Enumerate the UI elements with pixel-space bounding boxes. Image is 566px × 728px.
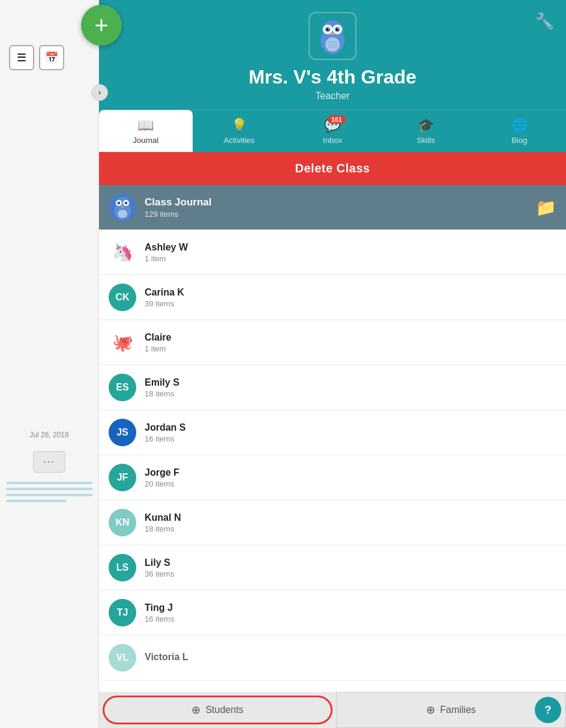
item-count: 1 item: [145, 344, 556, 353]
students-plus-icon: ⊕: [191, 703, 200, 717]
sidebar-line: [6, 500, 67, 502]
list-item[interactable]: CK Carina K 39 items: [99, 275, 566, 320]
add-button[interactable]: +: [81, 5, 122, 46]
list-item[interactable]: JF Jorge F 20 items: [99, 455, 566, 500]
item-count: 16 items: [145, 434, 556, 443]
folder-icon: 📁: [535, 198, 556, 217]
item-count: 39 items: [145, 299, 556, 308]
item-info: Victoria L: [145, 652, 556, 664]
more-button[interactable]: ···: [33, 451, 65, 473]
svg-marker-3: [339, 18, 343, 23]
avatar: VL: [109, 644, 136, 672]
collapse-button[interactable]: ›: [91, 84, 108, 101]
blog-icon: 🌐: [511, 118, 528, 133]
sidebar-lines: [6, 482, 92, 502]
item-name: Jordan S: [145, 422, 556, 433]
item-name: Ashley W: [145, 242, 556, 253]
avatar: TJ: [109, 599, 136, 626]
item-info: Lily S 36 items: [145, 557, 556, 578]
tab-activities[interactable]: 💡 Activities: [193, 110, 286, 152]
item-info: Ashley W 1 item: [145, 242, 556, 263]
svg-point-26: [125, 202, 127, 204]
sidebar-line: [6, 494, 92, 496]
list-item[interactable]: 🦄 Ashley W 1 item: [99, 230, 566, 275]
tab-blog-label: Blog: [511, 136, 527, 145]
avatar: JS: [109, 419, 136, 446]
tab-activities-label: Activities: [224, 136, 254, 145]
delete-class-button[interactable]: Delete Class: [99, 152, 566, 185]
inbox-badge: 161: [328, 115, 346, 124]
families-tab[interactable]: ⊕ Families: [336, 692, 566, 728]
list-item[interactable]: JS Jordan S 16 items: [99, 410, 566, 455]
item-name: Ting J: [145, 602, 556, 613]
svg-marker-2: [322, 18, 327, 23]
avatar: CK: [109, 284, 136, 311]
svg-marker-19: [115, 195, 119, 198]
bottom-navigation: ⊕ Students ⊕ Families ?: [99, 692, 566, 728]
class-header: 🔧 Mrs. V's 4th Grade Teacher: [99, 0, 566, 110]
tab-inbox[interactable]: 161 💬 Inbox: [286, 110, 379, 152]
item-info: Kunal N 18 items: [145, 512, 556, 533]
item-name: Emily S: [145, 377, 556, 388]
tab-journal[interactable]: 📖 Journal: [99, 110, 193, 152]
item-info: Jorge F 20 items: [145, 467, 556, 488]
item-count: 16 items: [145, 614, 556, 623]
item-count: 1 item: [145, 254, 556, 263]
students-tab[interactable]: ⊕ Students: [103, 696, 333, 724]
svg-point-10: [328, 28, 329, 29]
avatar: 🦄: [109, 238, 136, 266]
item-name: Carina K: [145, 287, 556, 298]
item-count: 129 items: [145, 210, 535, 219]
item-name: Kunal N: [145, 512, 556, 523]
tab-blog[interactable]: 🌐 Blog: [472, 110, 566, 152]
svg-point-25: [118, 202, 120, 204]
calendar-button[interactable]: 📅: [39, 45, 64, 70]
sidebar: ☰ 📅 › Jul 26, 2018 ···: [0, 0, 99, 728]
svg-point-8: [326, 28, 330, 31]
sidebar-date: Jul 26, 2018: [0, 425, 98, 445]
avatar: ES: [109, 374, 136, 401]
list-item[interactable]: ES Emily S 18 items: [99, 365, 566, 410]
item-info: Jordan S 16 items: [145, 422, 556, 443]
svg-point-28: [118, 210, 127, 218]
tab-inbox-label: Inbox: [323, 136, 342, 145]
navigation-tabs: 📖 Journal 💡 Activities 161 💬 Inbox 🎓 Ski…: [99, 110, 566, 152]
sidebar-top-controls: ☰ 📅: [0, 0, 98, 76]
list-item[interactable]: KN Kunal N 18 items: [99, 500, 566, 545]
item-count: 18 items: [145, 389, 556, 398]
item-info: Claire 1 item: [145, 332, 556, 353]
item-info: Emily S 18 items: [145, 377, 556, 398]
list-item[interactable]: Class Journal 129 items 📁: [99, 185, 566, 230]
avatar: LS: [109, 554, 136, 581]
tab-journal-label: Journal: [133, 136, 158, 145]
item-count: 36 items: [145, 569, 556, 578]
svg-point-9: [336, 28, 339, 31]
item-info: Carina K 39 items: [145, 287, 556, 308]
sidebar-more-area: ···: [0, 451, 98, 473]
item-name: Lily S: [145, 557, 556, 568]
avatar: [109, 193, 136, 221]
item-info: Class Journal 129 items: [145, 196, 535, 219]
families-tab-label: Families: [440, 705, 476, 715]
svg-marker-20: [126, 195, 130, 198]
settings-icon[interactable]: 🔧: [535, 12, 554, 31]
item-count: 20 items: [145, 479, 556, 488]
students-tab-label: Students: [205, 705, 243, 715]
svg-point-11: [337, 28, 339, 29]
list-item[interactable]: 🐙 Claire 1 item: [99, 320, 566, 365]
app-logo: [309, 12, 357, 60]
avatar: JF: [109, 464, 136, 491]
journal-list: Class Journal 129 items 📁 🦄 Ashley W 1 i…: [99, 185, 566, 721]
item-name: Victoria L: [145, 652, 556, 663]
main-content: 🔧 Mrs. V's 4th Grade Teacher 📖 Journal 💡…: [99, 0, 566, 728]
list-item[interactable]: LS Lily S 36 items: [99, 545, 566, 590]
tab-skills[interactable]: 🎓 Skills: [379, 110, 473, 152]
class-subtitle: Teacher: [111, 91, 554, 110]
menu-button[interactable]: ☰: [9, 45, 34, 70]
list-item[interactable]: VL Victoria L: [99, 635, 566, 681]
item-count: 18 items: [145, 524, 556, 533]
list-item[interactable]: TJ Ting J 16 items: [99, 590, 566, 635]
help-button[interactable]: ?: [535, 697, 561, 723]
sidebar-line: [6, 482, 92, 484]
item-name: Claire: [145, 332, 556, 343]
